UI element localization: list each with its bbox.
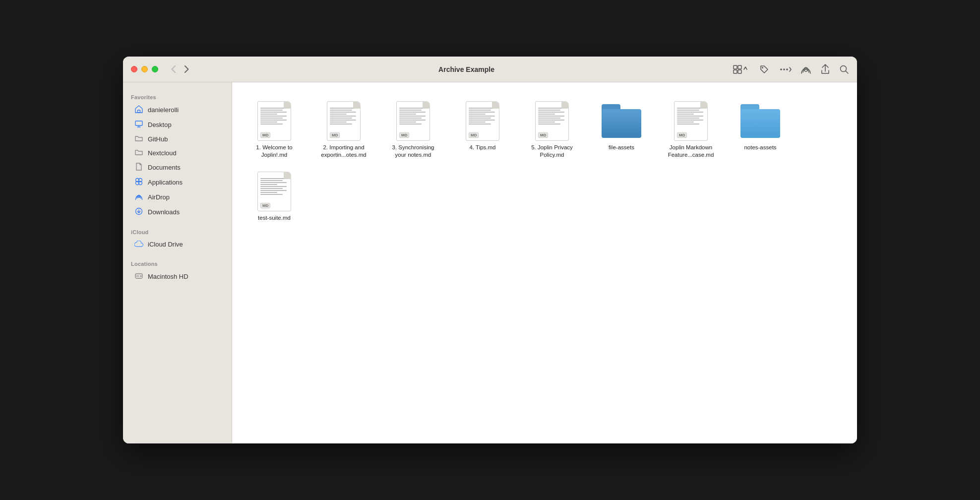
md-file-icon: MD xyxy=(674,101,708,141)
sidebar-item-github[interactable]: GitHub xyxy=(126,132,229,146)
svg-point-4 xyxy=(762,67,763,68)
svg-rect-10 xyxy=(138,110,140,113)
md-file-icon: MD xyxy=(257,172,291,211)
sidebar-item-airdrop[interactable]: AirDrop xyxy=(126,190,229,204)
md-file-icon: MD xyxy=(396,101,430,141)
back-button[interactable] xyxy=(168,64,179,74)
md-badge: MD xyxy=(677,132,687,138)
sidebar-label-danielerolli: danielerolli xyxy=(148,106,179,114)
locations-label: Locations xyxy=(123,257,232,269)
sidebar-item-nextcloud[interactable]: Nextcloud xyxy=(126,146,229,160)
file-item-privacy[interactable]: MD 5. Joplin PrivacyPolicy.md xyxy=(520,97,584,163)
file-icon-wrap: MD xyxy=(254,172,294,211)
nextcloud-folder-icon xyxy=(134,149,144,157)
svg-point-7 xyxy=(786,68,788,70)
file-icon-wrap xyxy=(740,101,780,141)
airdrop-sidebar-icon xyxy=(134,192,144,202)
md-badge: MD xyxy=(260,132,270,138)
svg-rect-0 xyxy=(734,65,737,69)
forward-button[interactable] xyxy=(182,64,192,74)
sidebar: Favorites danielerolli xyxy=(123,82,232,443)
file-label: test-suite.md xyxy=(258,214,291,222)
file-label: 4. Tips.md xyxy=(469,144,495,151)
sidebar-item-macintosh-hd[interactable]: Macintosh HD xyxy=(126,269,229,284)
desktop-icon xyxy=(134,120,144,129)
file-label: Joplin MarkdownFeature...case.md xyxy=(668,144,714,159)
search-icon[interactable] xyxy=(839,64,849,74)
view-switcher[interactable] xyxy=(733,65,750,74)
md-file-icon: MD xyxy=(466,101,499,141)
md-badge: MD xyxy=(469,132,479,138)
titlebar: Archive Example xyxy=(123,57,857,82)
sidebar-item-documents[interactable]: Documents xyxy=(126,160,229,175)
file-item-tips[interactable]: MD 4. Tips.md xyxy=(450,97,515,163)
md-badge: MD xyxy=(399,132,409,138)
file-icon-wrap: MD xyxy=(393,101,433,141)
close-button[interactable] xyxy=(131,66,137,72)
share-icon[interactable] xyxy=(820,64,830,75)
documents-icon xyxy=(134,163,144,172)
sidebar-item-desktop[interactable]: Desktop xyxy=(126,118,229,132)
home-icon xyxy=(134,105,144,115)
file-icon-wrap: MD xyxy=(671,101,711,141)
github-folder-icon xyxy=(134,135,144,143)
file-item-synchronising[interactable]: MD 3. Synchronisingyour notes.md xyxy=(381,97,445,163)
file-label: notes-assets xyxy=(744,144,776,151)
applications-icon xyxy=(134,178,144,187)
file-label: 1. Welcome toJoplin!.md xyxy=(256,144,292,159)
nav-buttons xyxy=(168,64,192,74)
sidebar-label-macintosh-hd: Macintosh HD xyxy=(148,273,188,280)
sidebar-item-danielerolli[interactable]: danielerolli xyxy=(126,103,229,117)
md-badge: MD xyxy=(538,132,548,138)
file-label: 3. Synchronisingyour notes.md xyxy=(392,144,434,159)
file-label: 5. Joplin PrivacyPolicy.md xyxy=(531,144,573,159)
md-badge: MD xyxy=(260,203,270,208)
svg-point-5 xyxy=(780,68,782,70)
sidebar-label-documents: Documents xyxy=(148,164,181,171)
sidebar-label-applications: Applications xyxy=(148,179,183,186)
airdrop-toolbar-icon[interactable] xyxy=(800,64,811,75)
file-item-importing[interactable]: MD 2. Importing andexportin...otes.md xyxy=(311,97,376,163)
maximize-button[interactable] xyxy=(152,66,158,72)
file-icon-wrap xyxy=(602,101,641,141)
grid-view-icon[interactable] xyxy=(733,65,750,74)
file-item-joplin-markdown[interactable]: MD Joplin MarkdownFeature...case.md xyxy=(659,97,723,163)
sidebar-label-downloads: Downloads xyxy=(148,208,180,216)
icloud-icon xyxy=(134,240,144,249)
svg-rect-11 xyxy=(135,121,142,125)
minimize-button[interactable] xyxy=(141,66,148,72)
svg-point-19 xyxy=(140,275,142,277)
svg-rect-3 xyxy=(738,70,741,73)
more-options-icon[interactable] xyxy=(779,64,792,75)
sidebar-item-applications[interactable]: Applications xyxy=(126,175,229,189)
sidebar-label-airdrop: AirDrop xyxy=(148,193,170,201)
svg-point-6 xyxy=(783,68,785,70)
sidebar-label-icloud-drive: iCloud Drive xyxy=(148,241,183,248)
downloads-icon xyxy=(134,207,144,217)
md-badge: MD xyxy=(330,132,340,138)
toolbar-right xyxy=(733,64,849,75)
tag-icon[interactable] xyxy=(759,64,770,75)
file-icon-wrap: MD xyxy=(532,101,572,141)
sidebar-label-github: GitHub xyxy=(148,135,168,143)
file-label: 2. Importing andexportin...otes.md xyxy=(321,144,366,159)
file-item-welcome[interactable]: MD 1. Welcome toJoplin!.md xyxy=(242,97,306,163)
file-label: file-assets xyxy=(609,144,634,151)
file-item-notes-assets[interactable]: notes-assets xyxy=(728,97,793,163)
file-icon-wrap: MD xyxy=(254,101,294,141)
md-file-icon: MD xyxy=(257,101,291,141)
sidebar-item-downloads[interactable]: Downloads xyxy=(126,205,229,219)
sidebar-item-icloud-drive[interactable]: iCloud Drive xyxy=(126,238,229,251)
sidebar-label-nextcloud: Nextcloud xyxy=(148,149,177,157)
folder-icon xyxy=(740,104,780,138)
file-area: MD 1. Welcome toJoplin!.md MD xyxy=(232,82,857,443)
icloud-label: iCloud xyxy=(123,225,232,237)
svg-rect-1 xyxy=(738,65,741,69)
file-item-file-assets[interactable]: file-assets xyxy=(589,97,654,163)
window-title: Archive Example xyxy=(200,65,733,73)
svg-rect-2 xyxy=(734,70,737,73)
file-item-test-suite[interactable]: MD test-suite.md xyxy=(242,168,306,226)
traffic-lights xyxy=(131,66,158,72)
md-file-icon: MD xyxy=(535,101,569,141)
favorites-label: Favorites xyxy=(123,90,232,102)
